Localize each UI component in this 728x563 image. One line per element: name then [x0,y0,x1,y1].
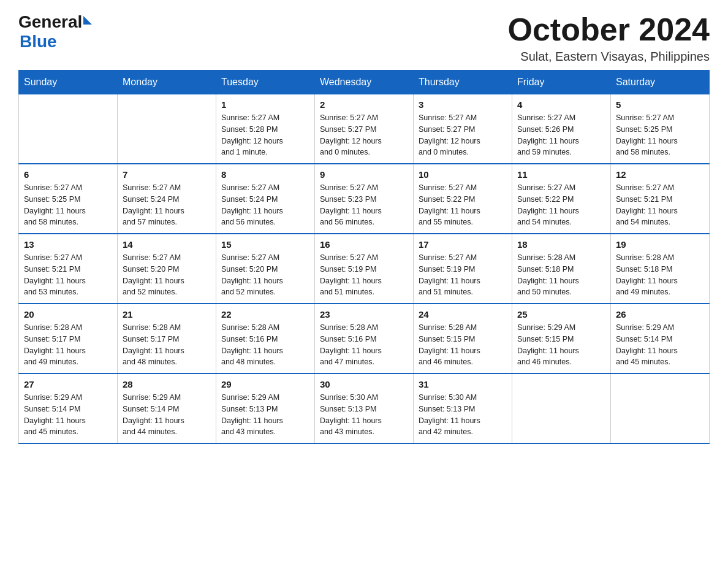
day-number: 30 [320,379,408,389]
calendar-cell: 22Sunrise: 5:28 AM Sunset: 5:16 PM Dayli… [216,304,315,373]
day-number: 22 [221,309,309,320]
day-number: 5 [616,99,704,110]
day-number: 26 [616,309,704,320]
calendar-cell: 3Sunrise: 5:27 AM Sunset: 5:27 PM Daylig… [414,94,512,164]
day-number: 7 [123,169,211,180]
calendar-cell: 12Sunrise: 5:27 AM Sunset: 5:21 PM Dayli… [611,164,710,234]
day-number: 23 [320,309,408,320]
day-number: 6 [24,169,112,180]
calendar-cell: 30Sunrise: 5:30 AM Sunset: 5:13 PM Dayli… [315,373,414,443]
calendar-cell: 19Sunrise: 5:28 AM Sunset: 5:18 PM Dayli… [611,234,710,304]
logo-blue: Blue [20,32,92,52]
day-info: Sunrise: 5:27 AM Sunset: 5:20 PM Dayligh… [123,252,211,298]
day-info: Sunrise: 5:28 AM Sunset: 5:17 PM Dayligh… [123,322,211,368]
day-info: Sunrise: 5:30 AM Sunset: 5:13 PM Dayligh… [320,392,408,438]
calendar-cell: 23Sunrise: 5:28 AM Sunset: 5:16 PM Dayli… [315,304,414,373]
weekday-header-sunday: Sunday [19,71,118,94]
day-info: Sunrise: 5:27 AM Sunset: 5:22 PM Dayligh… [419,182,507,228]
day-info: Sunrise: 5:27 AM Sunset: 5:21 PM Dayligh… [24,252,112,298]
page-header: General Blue October 2024 Sulat, Eastern… [18,12,710,64]
day-number: 14 [123,239,211,250]
calendar-cell: 15Sunrise: 5:27 AM Sunset: 5:20 PM Dayli… [216,234,315,304]
weekday-header-friday: Friday [512,71,611,94]
day-info: Sunrise: 5:29 AM Sunset: 5:14 PM Dayligh… [123,392,211,438]
day-number: 11 [517,169,605,180]
day-info: Sunrise: 5:27 AM Sunset: 5:24 PM Dayligh… [123,182,211,228]
day-info: Sunrise: 5:28 AM Sunset: 5:18 PM Dayligh… [517,252,605,298]
month-title: October 2024 [508,12,710,47]
day-info: Sunrise: 5:27 AM Sunset: 5:22 PM Dayligh… [517,182,605,228]
calendar-cell: 28Sunrise: 5:29 AM Sunset: 5:14 PM Dayli… [118,373,216,443]
day-info: Sunrise: 5:27 AM Sunset: 5:25 PM Dayligh… [616,112,704,158]
day-info: Sunrise: 5:29 AM Sunset: 5:13 PM Dayligh… [221,392,309,438]
calendar-cell [512,373,611,443]
day-number: 13 [24,239,112,250]
calendar-cell: 16Sunrise: 5:27 AM Sunset: 5:19 PM Dayli… [315,234,414,304]
day-number: 27 [24,379,112,389]
day-info: Sunrise: 5:29 AM Sunset: 5:15 PM Dayligh… [517,322,605,368]
calendar-cell: 9Sunrise: 5:27 AM Sunset: 5:23 PM Daylig… [315,164,414,234]
day-info: Sunrise: 5:29 AM Sunset: 5:14 PM Dayligh… [24,392,112,438]
day-number: 21 [123,309,211,320]
day-info: Sunrise: 5:29 AM Sunset: 5:14 PM Dayligh… [616,322,704,368]
week-row-5: 27Sunrise: 5:29 AM Sunset: 5:14 PM Dayli… [19,373,710,443]
calendar-cell [19,94,118,164]
day-info: Sunrise: 5:27 AM Sunset: 5:27 PM Dayligh… [419,112,507,158]
calendar-cell: 27Sunrise: 5:29 AM Sunset: 5:14 PM Dayli… [19,373,118,443]
weekday-header-row: SundayMondayTuesdayWednesdayThursdayFrid… [19,71,710,94]
calendar-cell [611,373,710,443]
calendar-cell: 5Sunrise: 5:27 AM Sunset: 5:25 PM Daylig… [611,94,710,164]
logo-arrow-icon [83,16,92,25]
day-info: Sunrise: 5:27 AM Sunset: 5:26 PM Dayligh… [517,112,605,158]
calendar-cell: 24Sunrise: 5:28 AM Sunset: 5:15 PM Dayli… [414,304,512,373]
day-info: Sunrise: 5:27 AM Sunset: 5:21 PM Dayligh… [616,182,704,228]
day-number: 25 [517,309,605,320]
day-number: 28 [123,379,211,389]
calendar-cell: 31Sunrise: 5:30 AM Sunset: 5:13 PM Dayli… [414,373,512,443]
day-info: Sunrise: 5:27 AM Sunset: 5:24 PM Dayligh… [221,182,309,228]
day-info: Sunrise: 5:30 AM Sunset: 5:13 PM Dayligh… [419,392,507,438]
calendar-cell: 26Sunrise: 5:29 AM Sunset: 5:14 PM Dayli… [611,304,710,373]
day-info: Sunrise: 5:27 AM Sunset: 5:20 PM Dayligh… [221,252,309,298]
week-row-3: 13Sunrise: 5:27 AM Sunset: 5:21 PM Dayli… [19,234,710,304]
day-info: Sunrise: 5:28 AM Sunset: 5:17 PM Dayligh… [24,322,112,368]
day-info: Sunrise: 5:28 AM Sunset: 5:18 PM Dayligh… [616,252,704,298]
weekday-header-wednesday: Wednesday [315,71,414,94]
calendar-cell: 17Sunrise: 5:27 AM Sunset: 5:19 PM Dayli… [414,234,512,304]
day-number: 19 [616,239,704,250]
calendar-table: SundayMondayTuesdayWednesdayThursdayFrid… [18,70,710,444]
day-number: 31 [419,379,507,389]
day-number: 24 [419,309,507,320]
day-number: 15 [221,239,309,250]
day-number: 16 [320,239,408,250]
logo: General Blue [18,12,92,52]
week-row-4: 20Sunrise: 5:28 AM Sunset: 5:17 PM Dayli… [19,304,710,373]
day-info: Sunrise: 5:28 AM Sunset: 5:16 PM Dayligh… [221,322,309,368]
day-info: Sunrise: 5:27 AM Sunset: 5:27 PM Dayligh… [320,112,408,158]
calendar-cell: 25Sunrise: 5:29 AM Sunset: 5:15 PM Dayli… [512,304,611,373]
calendar-cell: 7Sunrise: 5:27 AM Sunset: 5:24 PM Daylig… [118,164,216,234]
calendar-cell: 29Sunrise: 5:29 AM Sunset: 5:13 PM Dayli… [216,373,315,443]
day-number: 12 [616,169,704,180]
calendar-cell: 14Sunrise: 5:27 AM Sunset: 5:20 PM Dayli… [118,234,216,304]
day-number: 17 [419,239,507,250]
day-number: 8 [221,169,309,180]
calendar-cell: 1Sunrise: 5:27 AM Sunset: 5:28 PM Daylig… [216,94,315,164]
day-number: 20 [24,309,112,320]
day-info: Sunrise: 5:28 AM Sunset: 5:15 PM Dayligh… [419,322,507,368]
calendar-cell: 20Sunrise: 5:28 AM Sunset: 5:17 PM Dayli… [19,304,118,373]
title-block: October 2024 Sulat, Eastern Visayas, Phi… [508,12,710,64]
day-number: 10 [419,169,507,180]
weekday-header-saturday: Saturday [611,71,710,94]
day-info: Sunrise: 5:27 AM Sunset: 5:25 PM Dayligh… [24,182,112,228]
day-info: Sunrise: 5:27 AM Sunset: 5:19 PM Dayligh… [320,252,408,298]
week-row-2: 6Sunrise: 5:27 AM Sunset: 5:25 PM Daylig… [19,164,710,234]
calendar-cell: 6Sunrise: 5:27 AM Sunset: 5:25 PM Daylig… [19,164,118,234]
weekday-header-tuesday: Tuesday [216,71,315,94]
day-info: Sunrise: 5:28 AM Sunset: 5:16 PM Dayligh… [320,322,408,368]
day-info: Sunrise: 5:27 AM Sunset: 5:23 PM Dayligh… [320,182,408,228]
calendar-cell: 4Sunrise: 5:27 AM Sunset: 5:26 PM Daylig… [512,94,611,164]
day-number: 2 [320,99,408,110]
calendar-cell: 18Sunrise: 5:28 AM Sunset: 5:18 PM Dayli… [512,234,611,304]
day-number: 4 [517,99,605,110]
